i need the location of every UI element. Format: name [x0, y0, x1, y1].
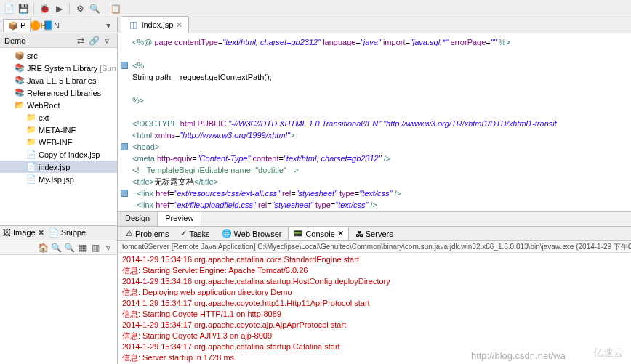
tree-deco: [Sun JDK	[100, 64, 117, 73]
editor-tab-index[interactable]: ◫ index.jsp ✕	[121, 16, 189, 33]
run-icon[interactable]: ▶	[53, 3, 65, 15]
main-toolbar: 📄 💾 🐞 ▶ ⚙ 🔍 📋	[0, 0, 631, 17]
tab-package[interactable]: 📦 P	[3, 19, 31, 32]
code-line[interactable]: <!DOCTYPE html PUBLIC "-//W3C//DTD XHTML…	[132, 118, 631, 129]
tree-label: ext	[39, 113, 49, 122]
menu-icon[interactable]: ▾	[103, 20, 114, 31]
project-tree[interactable]: 📦src📚JRE System Library [Sun JDK📚Java EE…	[0, 48, 117, 225]
console-line: 2014-1-29 15:34:17 org.apache.coyote.htt…	[122, 298, 627, 309]
save-icon[interactable]: 💾	[17, 3, 29, 15]
code-line[interactable]: String path = request.getContextPath();	[132, 71, 631, 83]
tree-label: META-INF	[39, 126, 76, 134]
tab-n-icon[interactable]: 📘N	[45, 20, 57, 31]
code-line[interactable]: %>	[132, 94, 631, 106]
tool-icon[interactable]: ⚙	[74, 3, 86, 15]
project-name: Demo	[4, 36, 25, 45]
jsp-file-icon: ◫	[127, 19, 139, 31]
console-line: 2014-1-29 15:34:16 org.apache.catalina.s…	[122, 276, 627, 287]
console-output[interactable]: 2014-1-29 15:34:16 org.apache.catalina.c…	[118, 253, 631, 364]
grid-icon[interactable]: ▦	[76, 242, 88, 254]
code-line[interactable]: <%	[132, 60, 631, 71]
image-tab[interactable]: 🖼 Image ✕	[3, 228, 44, 238]
new-icon[interactable]: 📄	[3, 3, 15, 15]
console-line: 信息: Server startup in 1728 ms	[122, 352, 627, 363]
code-line[interactable]	[132, 106, 631, 118]
design-tab[interactable]: Design	[118, 212, 158, 226]
code-editor[interactable]: <%@ page contentType="text/html; charset…	[118, 33, 631, 211]
code-line[interactable]: <%@ page contentType="text/html; charset…	[132, 36, 631, 48]
preview-tab[interactable]: Preview	[158, 212, 201, 226]
tree-label: Copy of index.jsp	[39, 150, 100, 159]
file-icon: 📄	[26, 162, 36, 172]
lib-icon: 📚	[15, 63, 25, 73]
tree-item[interactable]: 📁WEB-INF	[0, 136, 117, 148]
tree-label: MyJsp.jsp	[39, 175, 74, 184]
code-line[interactable]: <link href="ext/fileuploadfield.css" rel…	[132, 199, 631, 211]
code-line[interactable]: <title>无标题文档</title>	[132, 176, 631, 187]
tree-label: WEB-INF	[39, 138, 72, 147]
debug-icon[interactable]: 🐞	[39, 3, 50, 15]
tree-label: Referenced Libraries	[27, 89, 101, 97]
tree-item[interactable]: 📄index.jsp	[0, 161, 117, 173]
tree-label: index.jsp	[39, 163, 70, 171]
code-line[interactable]: <html xmlns="http://www.w3.org/1999/xhtm…	[132, 129, 631, 141]
tree-item[interactable]: 📄Copy of index.jsp	[0, 148, 117, 161]
lib-icon: 📚	[15, 76, 25, 86]
web-browser-tab[interactable]: 🌐 Web Browser	[217, 227, 287, 240]
tree-item[interactable]: 📦src	[0, 49, 117, 62]
tree-item[interactable]: 📂WebRoot	[0, 99, 117, 111]
tool-icon[interactable]: 🔍	[89, 3, 100, 15]
left-view-tabs: 📦 P 🟠H 📘N ▾	[0, 17, 117, 33]
folder-open-icon: 📂	[15, 100, 25, 110]
tree-item[interactable]: 📚Referenced Libraries	[0, 86, 117, 99]
tree-item[interactable]: 📁META-INF	[0, 124, 117, 136]
folder-icon: 📁	[26, 113, 36, 123]
snippet-tab[interactable]: 📄 Snippe	[49, 228, 86, 238]
console-line: 信息: Deploying web application directory …	[122, 287, 627, 298]
code-line[interactable]	[132, 48, 631, 60]
image-view-body	[0, 255, 117, 364]
project-header: Demo ⇄ 🔗 ▿	[0, 33, 117, 48]
tree-item[interactable]: 📚JRE System Library [Sun JDK	[0, 62, 117, 74]
menu-icon[interactable]: ▿	[103, 242, 114, 254]
tree-label: src	[27, 52, 38, 60]
bottom-view-tabs: ⚠ Problems ✓ Tasks 🌐 Web Browser 📟 Conso…	[118, 227, 631, 241]
menu-icon[interactable]: ▿	[101, 35, 113, 46]
console-tab[interactable]: 📟 Console ✕	[288, 227, 348, 240]
file-icon: 📄	[26, 150, 36, 160]
tool-icon[interactable]: ▥	[89, 242, 101, 254]
tree-item[interactable]: 📚Java EE 5 Libraries	[0, 74, 117, 86]
console-line: 2014-1-29 15:34:17 org.apache.coyote.ajp…	[122, 320, 627, 331]
code-line[interactable]: <meta http-equiv="Content-Type" content=…	[132, 153, 631, 164]
folder-icon: 📁	[26, 125, 36, 135]
console-line: 2014-1-29 15:34:16 org.apache.catalina.c…	[122, 254, 627, 265]
tool-icon[interactable]: 📋	[110, 3, 121, 15]
close-icon[interactable]: ✕	[176, 20, 182, 30]
editor-tabs: ◫ index.jsp ✕	[118, 17, 631, 33]
console-line: 信息: Starting Coyote HTTP/1.1 on http-808…	[122, 309, 627, 320]
lib-icon: 📚	[15, 88, 25, 98]
folder-icon: 📁	[26, 137, 36, 147]
console-line: 信息: Starting Coyote AJP/1.3 on ajp-8009	[122, 331, 627, 341]
zoom-out-icon[interactable]: 🔍	[63, 242, 75, 254]
problems-tab[interactable]: ⚠ Problems	[121, 227, 174, 240]
tree-item[interactable]: 📁ext	[0, 111, 117, 124]
collapse-icon[interactable]: ⇄	[75, 35, 87, 46]
zoom-in-icon[interactable]: 🔍	[50, 242, 62, 254]
console-line: 2014-1-29 15:34:17 org.apache.catalina.s…	[122, 341, 627, 352]
servers-tab[interactable]: 🖧 Servers	[350, 227, 398, 240]
home-icon[interactable]: 🏠	[37, 242, 49, 254]
editor-tab-label: index.jsp	[142, 20, 173, 29]
code-line[interactable]: <!-- TemplateBeginEditable name="doctitl…	[132, 164, 631, 176]
console-line: 信息: Starting Servlet Engine: Apache Tomc…	[122, 265, 627, 276]
code-line[interactable]: <head>	[132, 141, 631, 153]
tree-label: JRE System Library	[27, 64, 97, 73]
tasks-tab[interactable]: ✓ Tasks	[175, 227, 214, 240]
tree-label: Java EE 5 Libraries	[27, 76, 96, 85]
code-line[interactable]: <link href="ext/resources/css/ext-all.cs…	[132, 187, 631, 199]
link-icon[interactable]: 🔗	[88, 35, 100, 46]
tree-item[interactable]: 📄MyJsp.jsp	[0, 173, 117, 185]
console-description: tomcat6Server [Remote Java Application] …	[118, 241, 631, 253]
code-line[interactable]	[132, 83, 631, 94]
file-icon: 📄	[26, 174, 36, 185]
